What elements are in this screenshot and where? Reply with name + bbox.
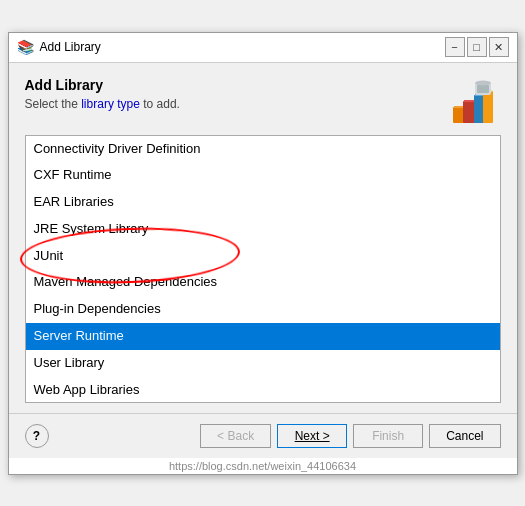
svg-point-10 [475, 80, 491, 85]
list-item[interactable]: Plug-in Dependencies [26, 296, 500, 323]
help-button[interactable]: ? [25, 424, 49, 448]
list-item[interactable]: Connectivity Driver Definition [26, 136, 500, 163]
books-icon [447, 77, 497, 125]
next-button[interactable]: Next > [277, 424, 347, 448]
list-item[interactable]: JRE System Library [26, 216, 500, 243]
dialog-subtitle: Select the library type to add. [25, 97, 180, 111]
finish-button[interactable]: Finish [353, 424, 423, 448]
svg-rect-6 [483, 91, 493, 123]
title-bar: 📚 Add Library − □ ✕ [9, 33, 517, 63]
title-bar-left: 📚 Add Library [17, 39, 101, 55]
list-item[interactable]: User Library [26, 350, 500, 377]
dialog-header: Add Library Select the library type to a… [25, 77, 501, 125]
list-item[interactable]: EAR Libraries [26, 189, 500, 216]
subtitle-highlight: library type [81, 97, 140, 111]
footer-right: < Back Next > Finish Cancel [200, 424, 500, 448]
title-bar-controls: − □ ✕ [445, 37, 509, 57]
add-library-dialog: 📚 Add Library − □ ✕ Add Library Select t… [8, 32, 518, 475]
dialog-header-text: Add Library Select the library type to a… [25, 77, 180, 111]
list-item[interactable]: Web App Libraries [26, 377, 500, 403]
cancel-button[interactable]: Cancel [429, 424, 500, 448]
dialog-footer: ? < Back Next > Finish Cancel [9, 413, 517, 458]
svg-rect-9 [477, 85, 489, 93]
list-item[interactable]: Server Runtime [26, 323, 500, 350]
close-button[interactable]: ✕ [489, 37, 509, 57]
dialog-icon: 📚 [17, 39, 34, 55]
watermark: https://blog.csdn.net/weixin_44106634 [9, 458, 517, 474]
list-item[interactable]: JUnit [26, 243, 500, 270]
dialog-title: Add Library [25, 77, 180, 93]
svg-rect-1 [454, 106, 464, 108]
subtitle-pre: Select the [25, 97, 82, 111]
dialog-body: Add Library Select the library type to a… [9, 63, 517, 403]
svg-rect-2 [463, 101, 475, 123]
footer-left: ? [25, 424, 49, 448]
subtitle-post: to add. [140, 97, 180, 111]
list-item[interactable]: Maven Managed Dependencies [26, 269, 500, 296]
back-button[interactable]: < Back [200, 424, 271, 448]
maximize-button[interactable]: □ [467, 37, 487, 57]
title-bar-text: Add Library [40, 40, 101, 54]
library-list[interactable]: Connectivity Driver DefinitionCXF Runtim… [25, 135, 501, 403]
minimize-button[interactable]: − [445, 37, 465, 57]
svg-rect-3 [464, 100, 474, 102]
list-item[interactable]: CXF Runtime [26, 162, 500, 189]
